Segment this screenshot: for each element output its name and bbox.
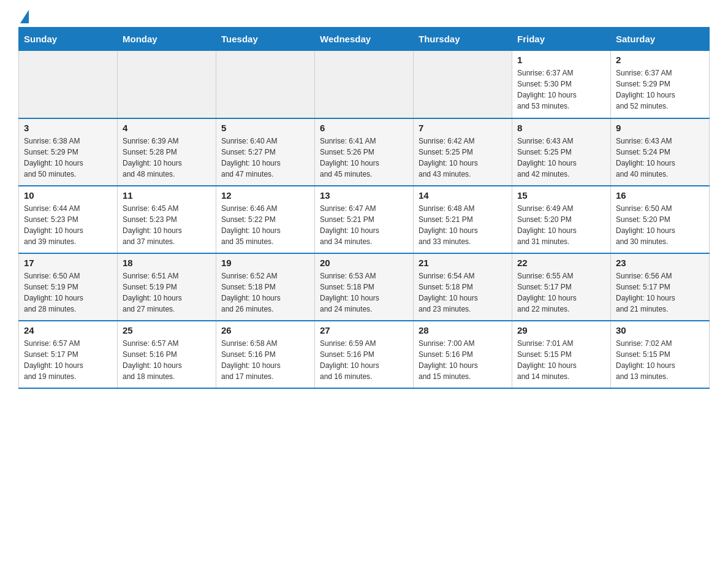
table-cell: 2Sunrise: 6:37 AM Sunset: 5:29 PM Daylig… [611, 51, 710, 118]
table-cell: 16Sunrise: 6:50 AM Sunset: 5:20 PM Dayli… [611, 186, 710, 253]
day-number: 16 [616, 190, 704, 201]
day-number: 18 [123, 258, 211, 268]
day-info: Sunrise: 6:50 AM Sunset: 5:19 PM Dayligh… [24, 270, 112, 315]
day-info: Sunrise: 6:57 AM Sunset: 5:16 PM Dayligh… [123, 338, 211, 382]
table-cell: 23Sunrise: 6:56 AM Sunset: 5:17 PM Dayli… [611, 253, 710, 321]
day-number: 14 [419, 190, 507, 201]
table-cell: 28Sunrise: 7:00 AM Sunset: 5:16 PM Dayli… [414, 321, 512, 388]
calendar-table: SundayMondayTuesdayWednesdayThursdayFrid… [18, 27, 710, 389]
day-info: Sunrise: 6:49 AM Sunset: 5:20 PM Dayligh… [517, 203, 605, 247]
day-info: Sunrise: 6:47 AM Sunset: 5:21 PM Dayligh… [320, 203, 408, 247]
table-cell: 4Sunrise: 6:39 AM Sunset: 5:28 PM Daylig… [118, 118, 216, 186]
day-info: Sunrise: 6:43 AM Sunset: 5:24 PM Dayligh… [616, 136, 704, 180]
day-number: 13 [320, 190, 408, 201]
table-cell: 11Sunrise: 6:45 AM Sunset: 5:23 PM Dayli… [118, 186, 216, 253]
weekday-header-row: SundayMondayTuesdayWednesdayThursdayFrid… [19, 28, 710, 51]
table-cell: 24Sunrise: 6:57 AM Sunset: 5:17 PM Dayli… [19, 321, 118, 388]
table-cell: 29Sunrise: 7:01 AM Sunset: 5:15 PM Dayli… [512, 321, 611, 388]
day-number: 11 [123, 190, 211, 201]
day-info: Sunrise: 6:38 AM Sunset: 5:29 PM Dayligh… [24, 136, 112, 180]
day-number: 19 [221, 258, 309, 268]
table-cell: 7Sunrise: 6:42 AM Sunset: 5:25 PM Daylig… [414, 118, 512, 186]
day-info: Sunrise: 6:51 AM Sunset: 5:19 PM Dayligh… [123, 270, 211, 315]
table-cell: 9Sunrise: 6:43 AM Sunset: 5:24 PM Daylig… [611, 118, 710, 186]
day-number: 6 [320, 123, 408, 133]
day-number: 27 [320, 325, 408, 335]
day-number: 7 [419, 123, 507, 133]
header-saturday: Saturday [611, 28, 710, 51]
header-tuesday: Tuesday [216, 28, 315, 51]
table-cell: 14Sunrise: 6:48 AM Sunset: 5:21 PM Dayli… [414, 186, 512, 253]
day-info: Sunrise: 6:43 AM Sunset: 5:25 PM Dayligh… [517, 136, 605, 180]
header [18, 12, 710, 21]
table-cell [19, 51, 118, 118]
day-number: 5 [221, 123, 309, 133]
logo [18, 12, 29, 21]
day-info: Sunrise: 6:39 AM Sunset: 5:28 PM Dayligh… [123, 136, 211, 180]
week-row-4: 17Sunrise: 6:50 AM Sunset: 5:19 PM Dayli… [19, 253, 710, 321]
day-info: Sunrise: 7:00 AM Sunset: 5:16 PM Dayligh… [419, 338, 507, 382]
day-info: Sunrise: 6:40 AM Sunset: 5:27 PM Dayligh… [221, 136, 309, 180]
table-cell: 17Sunrise: 6:50 AM Sunset: 5:19 PM Dayli… [19, 253, 118, 321]
day-info: Sunrise: 6:42 AM Sunset: 5:25 PM Dayligh… [419, 136, 507, 180]
table-cell: 25Sunrise: 6:57 AM Sunset: 5:16 PM Dayli… [118, 321, 216, 388]
table-cell [118, 51, 216, 118]
table-cell: 22Sunrise: 6:55 AM Sunset: 5:17 PM Dayli… [512, 253, 611, 321]
table-cell: 5Sunrise: 6:40 AM Sunset: 5:27 PM Daylig… [216, 118, 315, 186]
day-number: 26 [221, 325, 309, 335]
header-sunday: Sunday [19, 28, 118, 51]
day-number: 30 [616, 325, 704, 335]
day-info: Sunrise: 6:57 AM Sunset: 5:17 PM Dayligh… [24, 338, 112, 382]
day-info: Sunrise: 6:54 AM Sunset: 5:18 PM Dayligh… [419, 270, 507, 315]
week-row-2: 3Sunrise: 6:38 AM Sunset: 5:29 PM Daylig… [19, 118, 710, 186]
day-number: 9 [616, 123, 704, 133]
day-number: 1 [517, 55, 605, 65]
day-number: 28 [419, 325, 507, 335]
table-cell: 8Sunrise: 6:43 AM Sunset: 5:25 PM Daylig… [512, 118, 611, 186]
day-info: Sunrise: 7:01 AM Sunset: 5:15 PM Dayligh… [517, 338, 605, 382]
day-info: Sunrise: 6:53 AM Sunset: 5:18 PM Dayligh… [320, 270, 408, 315]
day-info: Sunrise: 6:58 AM Sunset: 5:16 PM Dayligh… [221, 338, 309, 382]
logo-triangle-icon [20, 10, 29, 23]
day-info: Sunrise: 6:56 AM Sunset: 5:17 PM Dayligh… [616, 270, 704, 315]
day-info: Sunrise: 6:50 AM Sunset: 5:20 PM Dayligh… [616, 203, 704, 247]
table-cell: 20Sunrise: 6:53 AM Sunset: 5:18 PM Dayli… [315, 253, 414, 321]
day-info: Sunrise: 6:48 AM Sunset: 5:21 PM Dayligh… [419, 203, 507, 247]
header-friday: Friday [512, 28, 611, 51]
table-cell: 1Sunrise: 6:37 AM Sunset: 5:30 PM Daylig… [512, 51, 611, 118]
week-row-5: 24Sunrise: 6:57 AM Sunset: 5:17 PM Dayli… [19, 321, 710, 388]
day-number: 17 [24, 258, 112, 268]
day-info: Sunrise: 6:37 AM Sunset: 5:29 PM Dayligh… [616, 67, 704, 112]
table-cell: 10Sunrise: 6:44 AM Sunset: 5:23 PM Dayli… [19, 186, 118, 253]
table-cell: 21Sunrise: 6:54 AM Sunset: 5:18 PM Dayli… [414, 253, 512, 321]
table-cell: 6Sunrise: 6:41 AM Sunset: 5:26 PM Daylig… [315, 118, 414, 186]
day-number: 22 [517, 258, 605, 268]
day-info: Sunrise: 6:45 AM Sunset: 5:23 PM Dayligh… [123, 203, 211, 247]
day-number: 24 [24, 325, 112, 335]
day-info: Sunrise: 6:52 AM Sunset: 5:18 PM Dayligh… [221, 270, 309, 315]
table-cell [315, 51, 414, 118]
day-number: 21 [419, 258, 507, 268]
day-number: 12 [221, 190, 309, 201]
table-cell: 27Sunrise: 6:59 AM Sunset: 5:16 PM Dayli… [315, 321, 414, 388]
day-info: Sunrise: 6:55 AM Sunset: 5:17 PM Dayligh… [517, 270, 605, 315]
header-monday: Monday [118, 28, 216, 51]
header-thursday: Thursday [414, 28, 512, 51]
day-number: 8 [517, 123, 605, 133]
table-cell: 26Sunrise: 6:58 AM Sunset: 5:16 PM Dayli… [216, 321, 315, 388]
table-cell: 19Sunrise: 6:52 AM Sunset: 5:18 PM Dayli… [216, 253, 315, 321]
table-cell: 18Sunrise: 6:51 AM Sunset: 5:19 PM Dayli… [118, 253, 216, 321]
table-cell: 15Sunrise: 6:49 AM Sunset: 5:20 PM Dayli… [512, 186, 611, 253]
day-number: 23 [616, 258, 704, 268]
week-row-1: 1Sunrise: 6:37 AM Sunset: 5:30 PM Daylig… [19, 51, 710, 118]
day-info: Sunrise: 6:46 AM Sunset: 5:22 PM Dayligh… [221, 203, 309, 247]
day-info: Sunrise: 6:44 AM Sunset: 5:23 PM Dayligh… [24, 203, 112, 247]
table-cell [414, 51, 512, 118]
table-cell: 12Sunrise: 6:46 AM Sunset: 5:22 PM Dayli… [216, 186, 315, 253]
day-info: Sunrise: 7:02 AM Sunset: 5:15 PM Dayligh… [616, 338, 704, 382]
table-cell: 30Sunrise: 7:02 AM Sunset: 5:15 PM Dayli… [611, 321, 710, 388]
day-number: 20 [320, 258, 408, 268]
day-number: 15 [517, 190, 605, 201]
day-number: 2 [616, 55, 704, 65]
day-number: 4 [123, 123, 211, 133]
